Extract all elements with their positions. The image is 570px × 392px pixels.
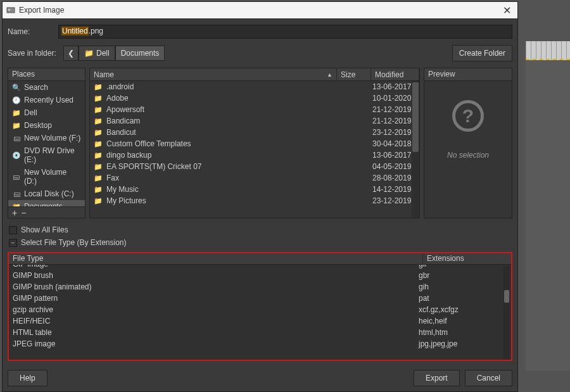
folder-row: Save in folder: ❮ 📁Dell Documents Create…: [3, 42, 517, 68]
file-name: .android: [106, 82, 338, 91]
filetype-row[interactable]: HTML tablehtml,htm: [9, 327, 511, 338]
preview-panel: Preview ? No selection: [424, 68, 512, 218]
folder-icon: 📁: [94, 174, 103, 182]
file-modified: 30-04-2018: [372, 139, 415, 148]
file-row[interactable]: 📁My Pictures23-12-2019: [90, 195, 419, 206]
show-all-checkbox[interactable]: [9, 226, 17, 234]
filetype-row[interactable]: GIMP brush (animated)gih: [9, 281, 511, 293]
filetype-list: GIF imagegifGIMP brushgbrGIMP brush (ani…: [9, 265, 511, 360]
filetype-row[interactable]: gzip archivexcf.gz,xcfgz: [9, 304, 511, 315]
cancel-button[interactable]: Cancel: [465, 370, 512, 386]
titlebar: Export Image ✕: [3, 2, 517, 18]
file-row[interactable]: 📁dingo backup13-06-2017: [90, 149, 419, 161]
disc-icon: 💿: [12, 151, 21, 160]
filetype-scrollbar[interactable]: [504, 266, 510, 360]
folder-icon: 📁: [12, 122, 21, 130]
col-modified[interactable]: Modified: [371, 68, 419, 80]
file-row[interactable]: 📁Apowersoft21-12-2019: [90, 104, 419, 115]
preview-header: Preview: [424, 68, 512, 81]
filetype-name: GIMP brush: [13, 271, 419, 280]
folder-icon: 📁: [94, 83, 103, 91]
place-item[interactable]: 🔍Search: [8, 81, 85, 94]
question-icon: ?: [452, 100, 484, 132]
places-list: 🔍Search🕘Recently Used📁Dell📁Desktop🖴New V…: [8, 81, 85, 206]
drive-icon: 🖴: [12, 173, 21, 180]
filetype-expander[interactable]: −: [9, 239, 17, 247]
file-modified: 21-12-2019: [372, 105, 415, 114]
file-name: EA SPORTS(TM) Cricket 07: [106, 162, 338, 171]
place-item[interactable]: 🕘Recently Used: [8, 94, 85, 106]
place-item[interactable]: 🖴New Volume (F:): [8, 132, 85, 144]
select-filetype-row[interactable]: − Select File Type (By Extension): [3, 238, 517, 251]
file-row[interactable]: 📁Fax28-08-2019: [90, 172, 419, 184]
filetype-ext: xcf.gz,xcfgz: [419, 305, 507, 314]
file-row[interactable]: 📁Custom Office Templates30-04-2018: [90, 138, 419, 149]
app-icon: [6, 6, 15, 15]
name-label: Name:: [8, 27, 52, 36]
close-button[interactable]: ✕: [500, 4, 514, 16]
help-button[interactable]: Help: [8, 370, 48, 386]
path-segment-dell[interactable]: 📁Dell: [79, 46, 115, 61]
scrollbar-thumb[interactable]: [504, 290, 509, 303]
export-button[interactable]: Export: [414, 370, 460, 386]
place-item[interactable]: 📁Documents: [8, 200, 85, 206]
filetype-row[interactable]: JPEG imagejpg,jpeg,jpe: [9, 338, 511, 350]
place-item[interactable]: 🖴Local Disk (C:): [8, 187, 85, 200]
select-filetype-label: Select File Type (By Extension): [21, 238, 127, 247]
place-label: Dell: [24, 108, 37, 117]
filename-input[interactable]: Untitled.png: [58, 25, 512, 39]
path-back-button[interactable]: ❮: [63, 46, 79, 61]
file-row[interactable]: 📁Adobe10-01-2020: [90, 92, 419, 104]
place-label: Documents: [24, 202, 63, 206]
file-row[interactable]: 📁Bandicam21-12-2019: [90, 115, 419, 127]
col-size[interactable]: Size: [337, 68, 371, 80]
file-row[interactable]: 📁My Music14-12-2019: [90, 184, 419, 195]
place-item[interactable]: 📁Dell: [8, 106, 85, 119]
filetype-row[interactable]: GIMP patternpat: [9, 293, 511, 304]
filetype-name: GIMP pattern: [13, 294, 419, 303]
dialog-footer: Help Export Cancel: [3, 365, 517, 391]
filetype-name: GIMP brush (animated): [13, 282, 419, 291]
filetype-row[interactable]: GIF imagegif: [9, 265, 511, 270]
filetype-name: HTML table: [13, 328, 419, 337]
file-name: My Music: [106, 185, 338, 194]
svg-rect-0: [7, 8, 15, 13]
file-modified: 13-06-2017: [372, 151, 415, 160]
file-row[interactable]: 📁.android13-06-2017: [90, 81, 419, 92]
path-bar: ❮ 📁Dell Documents: [63, 46, 165, 61]
file-name: My Pictures: [106, 196, 338, 205]
place-label: New Volume (F:): [24, 134, 80, 142]
create-folder-button[interactable]: Create Folder: [452, 45, 512, 61]
no-selection-text: No selection: [447, 151, 489, 160]
clock-icon: 🕘: [12, 96, 21, 104]
filetype-name: JPEG image: [13, 339, 419, 348]
place-item[interactable]: 📁Desktop: [8, 119, 85, 132]
folder-icon: 📁: [94, 186, 103, 194]
name-row: Name: Untitled.png: [3, 18, 517, 42]
path-segment-documents[interactable]: Documents: [115, 46, 165, 61]
scrollbar-thumb[interactable]: [412, 82, 419, 152]
file-row[interactable]: 📁EA SPORTS(TM) Cricket 0704-05-2019: [90, 161, 419, 172]
place-item[interactable]: 🖴New Volume (D:): [8, 166, 85, 187]
filetype-ext: html,htm: [419, 328, 507, 337]
folder-icon: 📁: [12, 109, 21, 117]
file-name: Bandicut: [106, 128, 338, 137]
col-extensions[interactable]: Extensions: [422, 253, 511, 264]
filetype-ext: gbr: [419, 271, 507, 280]
place-item[interactable]: 💿DVD RW Drive (E:): [8, 144, 85, 166]
col-name[interactable]: Name▲: [90, 68, 337, 80]
filetype-name: HEIF/HEIC: [13, 317, 419, 326]
ruler: [526, 41, 570, 60]
show-all-row[interactable]: Show All Files: [3, 222, 517, 238]
remove-place-button[interactable]: −: [21, 208, 26, 218]
export-dialog: Export Image ✕ Name: Untitled.png Save i…: [2, 1, 518, 392]
drive-icon: 🖴: [12, 134, 21, 142]
filetype-row[interactable]: HEIF/HEICheic,heif: [9, 315, 511, 327]
places-footer: + −: [8, 206, 85, 218]
col-filetype[interactable]: File Type: [9, 253, 422, 264]
files-scrollbar[interactable]: [412, 81, 419, 218]
file-row[interactable]: 📁Bandicut23-12-2019: [90, 127, 419, 138]
folder-icon: 📁: [94, 151, 103, 160]
filetype-row[interactable]: GIMP brushgbr: [9, 270, 511, 281]
add-place-button[interactable]: +: [12, 208, 17, 218]
